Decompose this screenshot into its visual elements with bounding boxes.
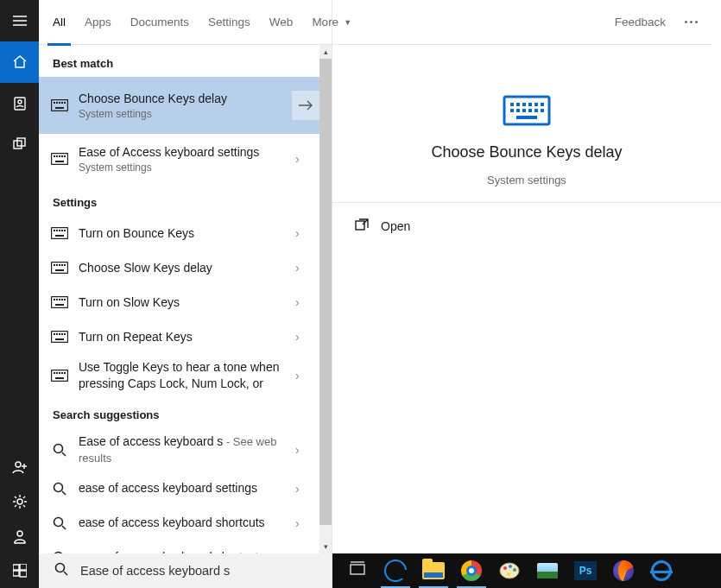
- result-suggestion-0[interactable]: Ease of access keyboard s - See web resu…: [39, 428, 319, 471]
- edge-icon: [384, 560, 407, 582]
- taskbar-ie[interactable]: [643, 553, 680, 588]
- feedback-button[interactable]: Feedback: [615, 0, 666, 45]
- folder-icon: [422, 562, 445, 579]
- keyboard-icon: [51, 224, 68, 242]
- svg-rect-69: [528, 103, 532, 106]
- svg-rect-72: [510, 109, 514, 112]
- svg-rect-43: [61, 299, 63, 300]
- ie-icon: [651, 560, 672, 581]
- rail-start-button[interactable]: [0, 553, 39, 588]
- search-tabs: All Apps Documents Settings Web More ▼ F…: [39, 0, 712, 45]
- search-input[interactable]: Ease of access keyboard s: [39, 553, 332, 588]
- scroll-thumb[interactable]: [319, 59, 332, 525]
- taskbar-landscape[interactable]: [529, 553, 566, 588]
- scroll-up-icon[interactable]: ▴: [319, 45, 332, 59]
- taskbar: Ps: [332, 553, 721, 588]
- preview-open-button[interactable]: Open: [355, 218, 699, 233]
- svg-rect-67: [516, 103, 520, 106]
- result-suggestion-3[interactable]: ease of access keyboard shortcuts ›: [39, 541, 319, 553]
- chevron-right-icon: ›: [295, 482, 309, 496]
- rail-account-button[interactable]: [0, 519, 39, 553]
- result-best-match-1[interactable]: Ease of Access keyboard settings System …: [39, 134, 319, 184]
- svg-rect-42: [59, 299, 60, 300]
- taskbar-chrome[interactable]: [453, 553, 490, 588]
- svg-rect-30: [64, 230, 66, 231]
- svg-rect-56: [59, 372, 60, 374]
- svg-rect-22: [61, 155, 63, 157]
- svg-rect-53: [52, 370, 68, 381]
- more-options-button[interactable]: [685, 0, 698, 45]
- results-scrollbar[interactable]: ▴ ▾: [319, 45, 332, 553]
- svg-rect-77: [541, 109, 544, 112]
- svg-rect-14: [59, 102, 60, 104]
- svg-rect-57: [61, 372, 63, 374]
- chevron-right-icon: ›: [295, 226, 309, 240]
- rail-apps-button[interactable]: [0, 124, 39, 166]
- keyboard-icon: [51, 367, 68, 384]
- preview-pane: Choose Bounce Keys delay System settings…: [332, 0, 721, 588]
- svg-rect-35: [59, 264, 60, 266]
- taskbar-explorer[interactable]: [415, 553, 452, 588]
- scroll-down-icon[interactable]: ▾: [319, 540, 332, 553]
- open-side-button[interactable]: [292, 91, 319, 120]
- svg-rect-71: [541, 103, 544, 106]
- tab-apps[interactable]: Apps: [85, 0, 111, 45]
- chevron-right-icon: ›: [295, 369, 309, 383]
- svg-rect-49: [59, 333, 60, 335]
- landscape-icon: [537, 563, 558, 579]
- rail-add-user-button[interactable]: [0, 450, 39, 484]
- taskbar-paint[interactable]: [491, 553, 528, 588]
- tab-documents[interactable]: Documents: [130, 0, 189, 45]
- result-title: Ease of Access keyboard settings: [79, 144, 285, 160]
- svg-rect-55: [56, 372, 58, 374]
- dots-icon: [685, 21, 698, 23]
- rail-menu-button[interactable]: [0, 0, 39, 41]
- svg-rect-73: [516, 109, 520, 112]
- svg-rect-46: [52, 332, 68, 343]
- tab-web[interactable]: Web: [269, 0, 294, 45]
- chrome-icon: [461, 560, 482, 581]
- tab-more[interactable]: More ▼: [312, 0, 351, 45]
- svg-rect-9: [13, 571, 19, 576]
- task-view-button[interactable]: [339, 553, 376, 588]
- svg-rect-79: [356, 221, 364, 230]
- section-settings: Settings: [39, 184, 319, 216]
- svg-rect-74: [522, 109, 526, 112]
- svg-rect-80: [351, 565, 364, 574]
- photoshop-icon: Ps: [574, 561, 597, 580]
- result-setting-2[interactable]: Turn on Slow Keys ›: [39, 285, 319, 319]
- result-best-match-0[interactable]: Choose Bounce Keys delay System settings: [39, 77, 319, 134]
- svg-point-4: [16, 462, 21, 467]
- result-setting-0[interactable]: Turn on Bounce Keys ›: [39, 216, 319, 250]
- result-setting-4[interactable]: Use Toggle Keys to hear a tone when pres…: [39, 354, 319, 395]
- result-setting-3[interactable]: Turn on Repeat Keys ›: [39, 319, 319, 354]
- taskbar-firefox[interactable]: [605, 553, 642, 588]
- svg-rect-41: [56, 299, 58, 300]
- svg-rect-20: [56, 155, 58, 157]
- chevron-down-icon: ▼: [344, 18, 351, 27]
- svg-rect-15: [61, 102, 63, 104]
- svg-rect-13: [56, 102, 58, 104]
- result-suggestion-1[interactable]: ease of access keyboard settings ›: [39, 471, 319, 506]
- rail-contacts-button[interactable]: [0, 83, 39, 124]
- svg-rect-18: [52, 154, 68, 165]
- svg-rect-70: [534, 103, 538, 106]
- svg-rect-75: [528, 109, 532, 112]
- taskbar-photoshop[interactable]: Ps: [567, 553, 604, 588]
- tab-all[interactable]: All: [53, 0, 66, 45]
- result-suggestion-2[interactable]: ease of access keyboard shortcuts ›: [39, 506, 319, 541]
- taskbar-edge[interactable]: [377, 553, 414, 588]
- svg-rect-37: [64, 264, 66, 266]
- svg-rect-16: [64, 102, 66, 104]
- svg-rect-25: [52, 228, 68, 239]
- rail-settings-button[interactable]: [0, 484, 39, 519]
- result-title: Choose Slow Keys delay: [79, 260, 285, 275]
- tab-more-label: More: [312, 16, 338, 28]
- keyboard-icon: [51, 150, 68, 168]
- svg-point-62: [54, 517, 63, 526]
- rail-home-button[interactable]: [0, 41, 39, 83]
- tab-settings[interactable]: Settings: [208, 0, 250, 45]
- preview-sub: System settings: [487, 174, 566, 187]
- result-setting-1[interactable]: Choose Slow Keys delay ›: [39, 250, 319, 285]
- search-icon: [54, 562, 68, 579]
